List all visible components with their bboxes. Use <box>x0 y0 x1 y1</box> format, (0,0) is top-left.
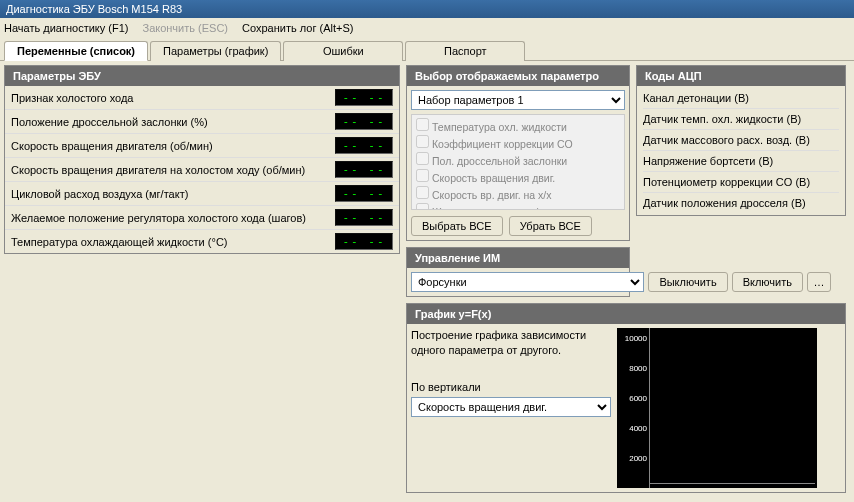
display-params-panel: Выбор отображаемых параметро Набор парам… <box>406 65 630 241</box>
param-check-item[interactable]: Скорость вр. двиг. на х/х <box>416 185 620 202</box>
tab-bar: Переменные (список) Параметры (график) О… <box>0 38 854 61</box>
ecu-param-row[interactable]: Скорость вращения двигателя (об/мин)-- -… <box>5 134 399 158</box>
chart-x-axis <box>649 483 815 484</box>
ecu-param-row[interactable]: Скорость вращения двигателя на холостом … <box>5 158 399 182</box>
ecu-param-label: Признак холостого хода <box>11 92 133 104</box>
lcd-value: -- -- <box>335 209 393 226</box>
im-select[interactable]: Форсунки <box>411 272 644 292</box>
lcd-value: -- -- <box>335 233 393 250</box>
ecu-param-label: Положение дроссельной заслонки (%) <box>11 116 208 128</box>
graph-vertical-select[interactable]: Скорость вращения двиг. <box>411 397 611 417</box>
menu-save-log[interactable]: Сохранить лог (Alt+S) <box>242 22 353 34</box>
window-title: Диагностика ЭБУ Bosch M154 R83 <box>6 3 182 15</box>
adc-item[interactable]: Датчик темп. охл. жидкости (В) <box>643 109 839 130</box>
adc-item[interactable]: Напряжение бортсети (В) <box>643 151 839 172</box>
checkbox <box>416 203 429 210</box>
deselect-all-button[interactable]: Убрать ВСЕ <box>509 216 592 236</box>
display-params-title: Выбор отображаемых параметро <box>407 66 629 86</box>
tab-variables[interactable]: Переменные (список) <box>4 41 148 61</box>
param-check-item[interactable]: Скорость вращения двиг. <box>416 168 620 185</box>
checkbox <box>416 169 429 182</box>
checkbox <box>416 152 429 165</box>
chart-ytick: 10000 <box>619 334 647 343</box>
adc-item[interactable]: Потенциометр коррекции CO (В) <box>643 172 839 193</box>
adc-codes-title: Коды АЦП <box>637 66 845 86</box>
graph-description: Построение графика зависимости одного па… <box>411 328 611 359</box>
ecu-param-label: Желаемое положение регулятора холостого … <box>11 212 306 224</box>
graph-panel: График y=F(x) Построение графика зависим… <box>406 303 846 493</box>
window-titlebar: Диагностика ЭБУ Bosch M154 R83 <box>0 0 854 18</box>
ecu-param-label: Скорость вращения двигателя (об/мин) <box>11 140 213 152</box>
lcd-value: -- -- <box>335 89 393 106</box>
param-check-item[interactable]: Желаемое пол. рег. х/х <box>416 202 620 210</box>
menu-stop-diagnostics: Закончить (ESC) <box>142 22 228 34</box>
tab-passport[interactable]: Паспорт <box>405 41 525 61</box>
adc-item[interactable]: Датчик положения дросселя (В) <box>643 193 839 213</box>
checkbox <box>416 118 429 131</box>
ecu-param-row[interactable]: Цикловой расход воздуха (мг/такт)-- -- <box>5 182 399 206</box>
im-control-title: Управление ИМ <box>407 248 629 268</box>
ecu-param-row[interactable]: Положение дроссельной заслонки (%)-- -- <box>5 110 399 134</box>
lcd-value: -- -- <box>335 137 393 154</box>
ecu-param-row[interactable]: Температура охлаждающей жидкости (°С)-- … <box>5 230 399 253</box>
chart-area: 10000 8000 6000 4000 2000 <box>617 328 817 488</box>
param-check-item[interactable]: Пол. дроссельной заслонки <box>416 151 620 168</box>
lcd-value: -- -- <box>335 185 393 202</box>
chart-ytick: 6000 <box>619 394 647 403</box>
checkbox <box>416 186 429 199</box>
adc-codes-panel: Коды АЦП Канал детонации (В) Датчик темп… <box>636 65 846 216</box>
ecu-param-label: Скорость вращения двигателя на холостом … <box>11 164 305 176</box>
chart-ytick: 2000 <box>619 454 647 463</box>
menubar: Начать диагностику (F1) Закончить (ESC) … <box>0 18 854 38</box>
param-check-item[interactable]: Температура охл. жидкости <box>416 117 620 134</box>
chart-y-axis <box>649 328 650 488</box>
param-checklist: Температура охл. жидкости Коэффициент ко… <box>411 114 625 210</box>
chart-ytick: 8000 <box>619 364 647 373</box>
checkbox <box>416 135 429 148</box>
im-control-panel: Управление ИМ Форсунки Выключить Включит… <box>406 247 630 297</box>
chart-ytick: 4000 <box>619 424 647 433</box>
tab-parameters[interactable]: Параметры (график) <box>150 41 281 61</box>
param-set-select[interactable]: Набор параметров 1 <box>411 90 625 110</box>
ecu-param-label: Температура охлаждающей жидкости (°С) <box>11 236 227 248</box>
ecu-params-panel: Параметры ЭБУ Признак холостого хода-- -… <box>4 65 400 254</box>
tab-errors[interactable]: Ошибки <box>283 41 403 61</box>
ecu-params-title: Параметры ЭБУ <box>5 66 399 86</box>
lcd-value: -- -- <box>335 161 393 178</box>
adc-item[interactable]: Датчик массового расх. возд. (В) <box>643 130 839 151</box>
adc-item[interactable]: Канал детонации (В) <box>643 88 839 109</box>
lcd-value: -- -- <box>335 113 393 130</box>
ecu-param-label: Цикловой расход воздуха (мг/такт) <box>11 188 188 200</box>
graph-vertical-label: По вертикали <box>411 381 611 393</box>
select-all-button[interactable]: Выбрать ВСЕ <box>411 216 503 236</box>
ecu-param-row[interactable]: Желаемое положение регулятора холостого … <box>5 206 399 230</box>
ecu-param-row[interactable]: Признак холостого хода-- -- <box>5 86 399 110</box>
param-check-item[interactable]: Коэффициент коррекции CO <box>416 134 620 151</box>
menu-start-diagnostics[interactable]: Начать диагностику (F1) <box>4 22 128 34</box>
